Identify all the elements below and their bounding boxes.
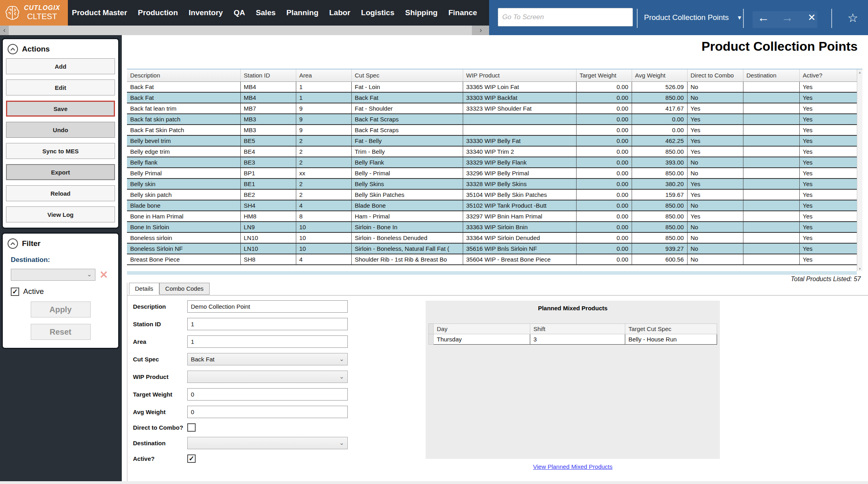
table-row[interactable]: Breast Bone PieceSH84Shoulder Rib - 1st … xyxy=(127,254,857,265)
table-row[interactable]: Belly skinBE12Belly Skins33328 WIP Belly… xyxy=(127,179,857,189)
table-row[interactable]: Belly flankBE32Belly Flank33329 WIP Bell… xyxy=(127,157,857,168)
view-log-button[interactable]: View Log xyxy=(6,206,115,222)
planned-column-target-cut-spec[interactable]: Target Cut Spec xyxy=(625,324,717,334)
table-row[interactable]: Bone in Ham PrimalHM88Ham - Primal33297 … xyxy=(127,211,857,222)
cell xyxy=(743,232,799,243)
add-button[interactable]: Add xyxy=(6,58,115,74)
description-field[interactable] xyxy=(187,300,348,313)
scroll-right-icon[interactable]: › xyxy=(477,26,484,35)
actions-buttons: AddEditSaveUndoSync to MESExportReloadVi… xyxy=(3,58,118,222)
table-row[interactable]: Belly skin patchBE22Belly Skin Patches35… xyxy=(127,189,857,200)
collapse-chevron-icon[interactable] xyxy=(8,44,18,54)
scroll-down-icon[interactable]: ▼ xyxy=(857,267,862,271)
nav-item-product-master[interactable]: Product Master xyxy=(72,8,127,17)
description-label: Description xyxy=(133,303,187,310)
table-row[interactable]: Back FatMB41Fat - Loin33365 WIP Loin Fat… xyxy=(127,81,857,92)
close-screen-button[interactable]: ✕ xyxy=(803,0,820,35)
table-row[interactable]: Belly edge trimBE42Trim - Belly33340 WIP… xyxy=(127,146,857,157)
planned-column-shift[interactable]: Shift xyxy=(530,324,625,334)
active-checkbox[interactable]: ✓ xyxy=(187,454,196,463)
cell: 159.67 xyxy=(632,189,687,200)
cut-spec-dropdown[interactable]: Back Fat ⌄ xyxy=(187,353,348,365)
column-header-active-[interactable]: Active? xyxy=(799,69,857,81)
column-header-destination[interactable]: Destination xyxy=(743,69,799,81)
nav-item-qa[interactable]: QA xyxy=(234,8,245,17)
favorite-star-button[interactable]: ☆ xyxy=(843,0,863,35)
nav-item-shipping[interactable]: Shipping xyxy=(405,8,438,17)
cell: Fat - Loin xyxy=(351,81,463,92)
table-row[interactable]: Belly PrimalBP1xxBelly - Primal33296 WIP… xyxy=(127,168,857,179)
brand-name: CUTLOGIX xyxy=(24,5,60,12)
screen-selector-dropdown[interactable]: Product Collection Points ▼ xyxy=(644,0,742,35)
cell: 850.00 xyxy=(632,168,687,179)
export-button[interactable]: Export xyxy=(6,164,115,180)
active-filter-checkbox[interactable]: ✓ xyxy=(11,288,19,296)
column-header-direct-to-combo[interactable]: Direct to Combo xyxy=(687,69,743,81)
reset-button[interactable]: Reset xyxy=(31,324,91,340)
scroll-left-icon[interactable]: ‹ xyxy=(1,26,8,35)
destination-dropdown[interactable]: ⌄ xyxy=(187,437,348,449)
nav-item-sales[interactable]: Sales xyxy=(256,8,276,17)
cell: 526.09 xyxy=(632,81,687,92)
table-row[interactable]: Back Fat Skin PatchMB39Back Fat Scraps0.… xyxy=(127,125,857,135)
cell: LN9 xyxy=(240,222,296,232)
cell xyxy=(743,81,799,92)
scroll-up-icon[interactable]: ▲ xyxy=(857,71,862,74)
back-button[interactable]: ← xyxy=(753,0,773,35)
table-row[interactable]: Bone In SirloinLN910Sirloin - Bone In333… xyxy=(127,222,857,232)
grid-horizontal-scrollbar[interactable] xyxy=(127,271,857,275)
planned-column-day[interactable]: Day xyxy=(434,324,530,334)
cell: BE1 xyxy=(240,179,296,189)
avg-weight-field[interactable] xyxy=(187,406,348,418)
cell xyxy=(743,179,799,189)
reload-button[interactable]: Reload xyxy=(6,185,115,201)
list-item[interactable]: Thursday3Belly - House Run xyxy=(429,334,717,345)
table-row[interactable]: Blade boneSH44Blade Bone35102 WIP Tank P… xyxy=(127,200,857,211)
nav-item-inventory[interactable]: Inventory xyxy=(189,8,223,17)
nav-item-production[interactable]: Production xyxy=(138,8,178,17)
view-planned-mixed-products-link[interactable]: View Planned Mixed Products xyxy=(533,463,612,470)
save-button[interactable]: Save xyxy=(6,101,115,117)
column-header-area[interactable]: Area xyxy=(296,69,351,81)
column-header-station-id[interactable]: Station ID xyxy=(240,69,296,81)
nav-item-planning[interactable]: Planning xyxy=(286,8,318,17)
column-header-target-weight[interactable]: Target Weight xyxy=(576,69,632,81)
edit-button[interactable]: Edit xyxy=(6,79,115,95)
table-row[interactable]: Belly bevel trimBE52Fat - Belly33330 WIP… xyxy=(127,135,857,146)
table-row[interactable]: Back fat lean trimMB79Fat - Shoulder3332… xyxy=(127,103,857,114)
wip-product-dropdown[interactable]: ⌄ xyxy=(187,371,348,383)
direct-to-combo-checkbox[interactable] xyxy=(187,423,196,432)
nav-item-labor[interactable]: Labor xyxy=(329,8,351,17)
table-row[interactable]: Back FatMB41Back Fat33303 WIP Backfat0.0… xyxy=(127,92,857,103)
total-products-text: Total Products Listed: 57 xyxy=(791,276,861,283)
target-weight-field[interactable] xyxy=(187,388,348,401)
tab-details[interactable]: Details xyxy=(129,283,159,295)
cell: 8 xyxy=(296,211,351,222)
menu-scrollbar-thumb[interactable] xyxy=(9,26,472,35)
area-field[interactable] xyxy=(187,335,348,348)
table-row[interactable]: Boneless sirloinLN1010Sirloin - Boneless… xyxy=(127,232,857,243)
wip-product-label: WIP Product xyxy=(133,373,187,380)
table-row[interactable]: Back fat skin patchMB39Back Fat Scraps0.… xyxy=(127,114,857,125)
column-header-description[interactable]: Description xyxy=(127,69,240,81)
table-row[interactable]: Boneless Sirloin NFLN1010Sirloin - Bonel… xyxy=(127,243,857,254)
destination-filter-dropdown[interactable]: ⌄ xyxy=(11,269,95,281)
apply-button[interactable]: Apply xyxy=(31,302,91,317)
collapse-chevron-icon[interactable] xyxy=(8,238,18,249)
column-header-cut-spec[interactable]: Cut Spec xyxy=(351,69,463,81)
clear-filter-icon[interactable]: ✕ xyxy=(99,270,108,280)
sync-to-mes-button[interactable]: Sync to MES xyxy=(6,143,115,159)
column-header-wip-product[interactable]: WIP Product xyxy=(463,69,576,81)
column-header-avg-weight[interactable]: Avg Weight xyxy=(632,69,687,81)
cell: Yes xyxy=(799,81,857,92)
nav-item-logistics[interactable]: Logistics xyxy=(361,8,394,17)
go-to-screen-input[interactable] xyxy=(498,8,633,26)
forward-button[interactable]: → xyxy=(777,0,797,35)
nav-item-finance[interactable]: Finance xyxy=(448,8,477,17)
menu-scrollbar[interactable]: ‹ › xyxy=(0,26,489,35)
cell: 33363 WIP Sirloin Bnin xyxy=(463,222,576,232)
undo-button[interactable]: Undo xyxy=(6,122,115,138)
grid-vertical-scrollbar[interactable]: ▲ ▼ xyxy=(857,69,862,271)
station-id-field[interactable] xyxy=(187,318,348,330)
tab-combo-codes[interactable]: Combo Codes xyxy=(159,283,210,295)
